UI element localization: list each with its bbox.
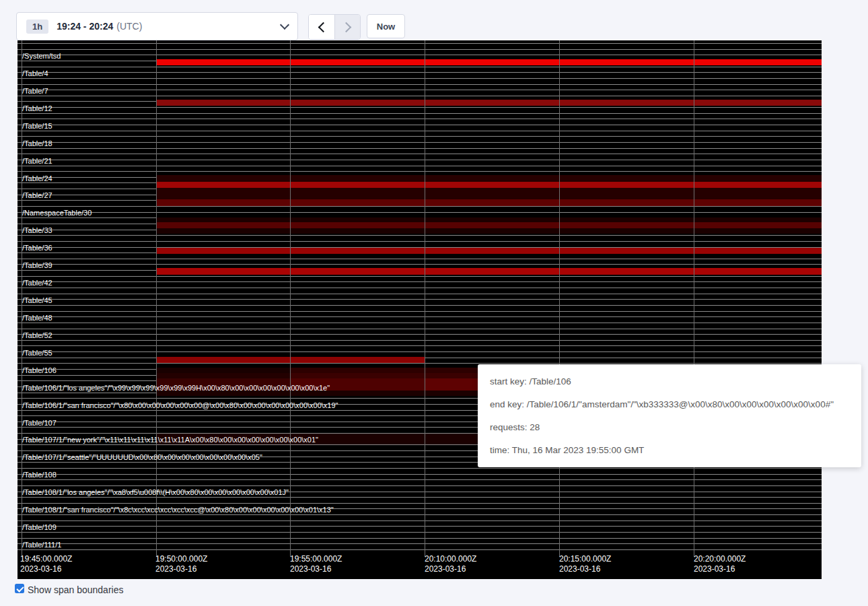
key-range-label: /Table/108/1/"san francisco"/"\x8c\xcc\x… xyxy=(22,506,334,514)
now-button[interactable]: Now xyxy=(367,14,405,38)
key-range-label: /Table/107 xyxy=(22,419,57,427)
key-range-label: /Table/106/1/"san francisco"/"\x80\x00\x… xyxy=(22,401,338,409)
heat-band[interactable] xyxy=(156,175,822,182)
key-range-label: /Table/18 xyxy=(22,139,52,147)
heat-band[interactable] xyxy=(156,248,822,254)
timezone-label: (UTC) xyxy=(116,21,142,32)
x-axis-time: 20:15:00.000Z xyxy=(559,554,611,564)
heat-band[interactable] xyxy=(156,188,822,199)
key-range-label: /Table/7 xyxy=(22,87,48,95)
heat-band[interactable] xyxy=(156,268,822,275)
x-axis-time: 20:10:00.000Z xyxy=(425,554,476,564)
key-range-label: /Table/39 xyxy=(22,261,52,269)
time-range-label: 19:24 - 20:24 xyxy=(57,21,113,32)
heat-band[interactable] xyxy=(156,228,822,234)
chevron-left-icon xyxy=(318,22,328,32)
key-range-label: /Table/33 xyxy=(22,226,52,234)
x-axis-date: 2023-03-16 xyxy=(290,564,342,574)
key-range-label: /Table/15 xyxy=(22,122,52,130)
key-range-label: /Table/42 xyxy=(22,279,52,287)
heat-band[interactable] xyxy=(156,100,822,106)
heat-band[interactable] xyxy=(156,217,822,222)
chevron-down-icon xyxy=(280,20,289,30)
key-range-label: /Table/52 xyxy=(22,331,52,339)
span-boundary-lines xyxy=(17,43,822,551)
x-axis-date: 2023-03-16 xyxy=(425,564,476,574)
x-axis-label: 19:55:00.000Z2023-03-16 xyxy=(290,554,342,574)
x-axis-label: 20:20:00.000Z2023-03-16 xyxy=(694,554,746,574)
next-range-button[interactable] xyxy=(334,15,360,39)
x-axis-label: 19:45:00.000Z2023-03-16 xyxy=(20,554,72,574)
time-gridline xyxy=(694,40,694,557)
key-range-label: /Table/48 xyxy=(22,314,52,322)
tooltip-start-key: start key: /Table/106 xyxy=(490,370,849,393)
duration-badge: 1h xyxy=(26,20,48,34)
key-range-label: /Table/109 xyxy=(22,523,57,531)
heat-band[interactable] xyxy=(156,199,822,206)
key-range-label: /Table/108 xyxy=(22,471,57,479)
x-axis-label: 20:15:00.000Z2023-03-16 xyxy=(559,554,611,574)
x-axis-date: 2023-03-16 xyxy=(155,564,207,574)
key-range-label: /Table/27 xyxy=(22,191,52,199)
time-gridline xyxy=(290,40,291,557)
key-range-label: /Table/108/1/"los angeles"/"\xa8\xf5\u00… xyxy=(22,488,289,496)
time-gridline xyxy=(559,40,560,557)
time-gridline xyxy=(156,40,157,557)
tooltip-requests: requests: 28 xyxy=(490,416,849,439)
key-range-label: /Table/24 xyxy=(22,174,52,182)
x-axis-date: 2023-03-16 xyxy=(694,564,746,574)
show-span-boundaries-label[interactable]: Show span boundaries xyxy=(28,584,123,595)
key-range-label: /Table/45 xyxy=(22,296,52,304)
time-nav-button-group xyxy=(308,14,361,40)
key-range-label: /Table/107/1/"seattle"/"UUUUUUD\x00\x80\… xyxy=(22,453,262,461)
key-range-label: /Table/106/1/"los angeles"/"\x99\x99\x99… xyxy=(22,384,330,392)
tooltip-end-key: end key: /Table/106/1/"amsterdam"/"\xb33… xyxy=(490,393,849,416)
x-axis-label: 20:10:00.000Z2023-03-16 xyxy=(425,554,476,574)
key-range-label: /System/tsd xyxy=(22,52,61,60)
x-axis-time: 19:55:00.000Z xyxy=(290,554,342,564)
key-range-label: /NamespaceTable/30 xyxy=(22,209,92,217)
key-range-label: /Table/21 xyxy=(22,157,52,165)
key-range-label: /Table/36 xyxy=(22,244,52,252)
x-axis-date: 2023-03-16 xyxy=(20,564,72,574)
key-range-label: /Table/106 xyxy=(22,366,57,374)
chevron-right-icon xyxy=(341,22,352,32)
key-range-label: /Table/55 xyxy=(22,349,52,357)
heat-band[interactable] xyxy=(156,182,822,188)
heat-band[interactable] xyxy=(156,59,822,65)
x-axis-date: 2023-03-16 xyxy=(559,564,611,574)
x-axis-time: 19:50:00.000Z xyxy=(155,554,207,564)
x-axis-label: 19:50:00.000Z2023-03-16 xyxy=(155,554,207,574)
x-axis-time: 19:45:00.000Z xyxy=(20,554,72,564)
x-axis-time: 20:20:00.000Z xyxy=(694,554,746,564)
key-visualizer-canvas[interactable]: /System/tsd/Table/4/Table/7/Table/12/Tab… xyxy=(17,40,822,579)
heat-band[interactable] xyxy=(156,222,822,228)
hover-tooltip: start key: /Table/106 end key: /Table/10… xyxy=(478,364,861,467)
key-range-label: /Table/4 xyxy=(22,69,48,77)
key-range-label: /Table/111/1 xyxy=(22,541,61,549)
key-range-label: /Table/107/1/"new york"/"\x11\x11\x11\x1… xyxy=(22,436,318,444)
heat-band[interactable] xyxy=(156,373,290,378)
tooltip-time: time: Thu, 16 Mar 2023 19:55:00 GMT xyxy=(490,439,849,462)
time-range-select[interactable]: 1h 19:24 - 20:24 (UTC) xyxy=(16,12,298,40)
time-gridline xyxy=(425,40,425,557)
heat-band[interactable] xyxy=(156,368,290,373)
key-range-label: /Table/12 xyxy=(22,104,52,112)
prev-range-button[interactable] xyxy=(309,15,334,39)
show-span-boundaries-checkbox[interactable] xyxy=(15,584,24,593)
